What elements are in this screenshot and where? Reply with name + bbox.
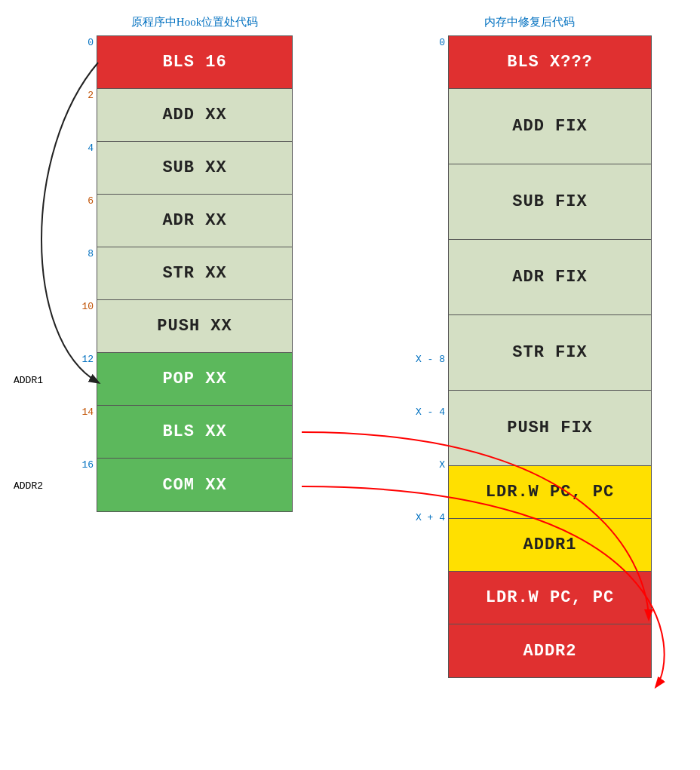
- right-line-labels: 0 X - 8 X - 4 X X + 4: [407, 35, 445, 563]
- left-block-blsxx: BLS XX: [97, 406, 292, 459]
- left-block-subxx: SUB XX: [97, 142, 292, 195]
- line-num-0: 0: [88, 37, 94, 48]
- right-block-ldrpc1: LDR.W PC, PC: [449, 466, 651, 519]
- left-right-labels: [296, 35, 341, 511]
- right-blocks: BLS X??? ADD FIX SUB FIX ADR FIX STR FIX…: [448, 35, 652, 678]
- line-num-2: 2: [88, 90, 94, 101]
- right-line-x4: X - 4: [416, 406, 445, 418]
- right-block-addr1: ADDR1: [449, 519, 651, 572]
- left-blocks: BLS 16 ADD XX SUB XX ADR XX STR XX PUSH …: [97, 35, 293, 512]
- line-num-4: 4: [88, 143, 94, 154]
- right-line-x: X: [439, 459, 445, 471]
- left-block-adrxx: ADR XX: [97, 195, 292, 247]
- right-block-blsx: BLS X???: [449, 36, 651, 89]
- line-num-10: 10: [81, 301, 94, 312]
- left-block-pushxx: PUSH XX: [97, 300, 292, 353]
- line-num-14: 14: [81, 406, 94, 418]
- left-title: 原程序中Hook位置处代码: [131, 15, 258, 29]
- line-num-8: 8: [88, 248, 94, 259]
- right-title: 内存中修复后代码: [484, 15, 575, 29]
- right-block-addfix: ADD FIX: [449, 89, 651, 164]
- right-line-x8: X - 8: [416, 354, 445, 365]
- line-num-16: 16: [81, 459, 94, 471]
- left-block-addxx: ADD XX: [97, 89, 292, 142]
- right-block-addr2: ADDR2: [449, 624, 651, 677]
- right-line-0: 0: [439, 37, 445, 48]
- right-block-ldrpc2: LDR.W PC, PC: [449, 572, 651, 624]
- left-block-comxx: COM XX: [97, 459, 292, 511]
- line-num-6: 6: [88, 195, 94, 207]
- left-line-labels: 0 2 4 6 8 10 12: [48, 35, 94, 511]
- right-block-pushfix: PUSH FIX: [449, 391, 651, 466]
- left-block-popxx: POP XX: [97, 353, 292, 406]
- right-line-x4p: X + 4: [416, 512, 445, 523]
- right-block-adrfix: ADR FIX: [449, 240, 651, 315]
- left-block-bls16: BLS 16: [97, 36, 292, 89]
- line-num-12: 12: [81, 354, 94, 365]
- right-block-strfix: STR FIX: [449, 315, 651, 391]
- right-block-subfix: SUB FIX: [449, 164, 651, 240]
- left-block-strxx: STR XX: [97, 247, 292, 300]
